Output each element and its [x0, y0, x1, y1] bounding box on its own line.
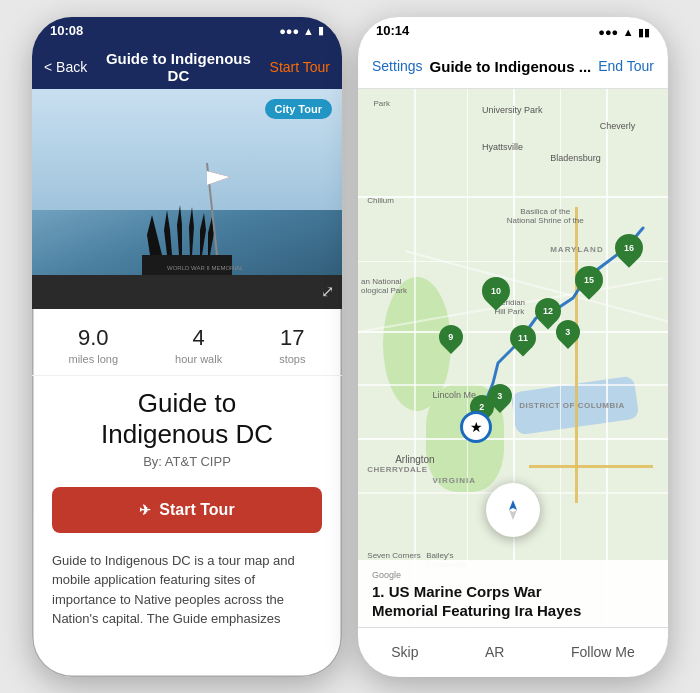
ar-button[interactable]: AR: [485, 644, 504, 660]
map-label-virginia: VIRGINIA: [432, 476, 476, 485]
map-bottom-nav: Skip AR Follow Me: [358, 627, 668, 677]
google-label: Google: [372, 570, 654, 580]
map-label-university: University Park: [482, 105, 543, 115]
wifi-icon: ▲: [303, 25, 314, 37]
map-label-anational: an Nationalological Park: [361, 277, 407, 295]
tour-info: Guide to Indigenous DC By: AT&T CIPP: [32, 376, 342, 477]
wifi-icon-right: ▲: [623, 26, 634, 38]
status-bar-right: 10:14 ●●● ▲ ▮▮: [358, 17, 668, 45]
road-v1: [414, 89, 416, 627]
stat-miles: 9.0 miles long: [69, 325, 119, 365]
left-phone: 10:08 ●●● ▲ ▮ < Back Guide to Indigenous…: [32, 17, 342, 677]
pin-label-12: 12: [543, 306, 553, 316]
start-tour-nav-button[interactable]: Start Tour: [270, 59, 330, 75]
stat-value-stops: 17: [280, 325, 304, 351]
stat-label-stops: stops: [279, 353, 305, 365]
road-v4: [560, 89, 562, 627]
map-background: University Park Hyattsville Bladensburg …: [358, 89, 668, 627]
pin-label-9: 9: [448, 332, 453, 342]
follow-me-button[interactable]: Follow Me: [571, 644, 635, 660]
battery-icon-right: ▮▮: [638, 26, 650, 38]
pin-label-15: 15: [584, 275, 594, 285]
stat-stops: 17 stops: [279, 325, 305, 365]
signal-icon-right: ●●●: [598, 26, 618, 38]
map-label-chillum: Chillum: [367, 196, 394, 205]
stat-label-hours: hour walk: [175, 353, 222, 365]
highway-h: [529, 465, 653, 468]
stop-title: 1. US Marine Corps War Memorial Featurin…: [372, 582, 654, 621]
road-v5: [606, 89, 608, 627]
stat-label-miles: miles long: [69, 353, 119, 365]
battery-icon: ▮: [318, 24, 324, 37]
compass-icon: [501, 498, 525, 522]
svg-marker-4: [509, 500, 517, 510]
stat-value-miles: 9.0: [78, 325, 109, 351]
expand-icon[interactable]: ⤢: [321, 282, 334, 301]
map-label-dc: DISTRICT OF COLUMBIA: [519, 401, 625, 410]
stats-row: 9.0 miles long 4 hour walk 17 stops: [32, 309, 342, 376]
map-label-arlington: Arlington: [395, 454, 434, 465]
pin-label-11: 11: [518, 333, 528, 343]
map-label-basilica: Basilica of theNational Shrine of the: [507, 207, 584, 225]
memorial-silhouette: WORLD WAR II MEMORIAL: [32, 155, 342, 309]
svg-rect-0: [32, 275, 342, 309]
skip-button[interactable]: Skip: [391, 644, 418, 660]
nav-bar-left: < Back Guide to Indigenous DC Start Tour: [32, 45, 342, 89]
map-label-cherrydale: CHERRYDALE: [367, 465, 427, 474]
bottom-info-card: Google 1. US Marine Corps War Memorial F…: [358, 560, 668, 627]
stat-value-hours: 4: [192, 325, 204, 351]
back-button[interactable]: < Back: [44, 59, 87, 75]
tour-author: By: AT&T CIPP: [52, 454, 322, 469]
pin-label-3b: 3: [566, 327, 571, 337]
start-tour-label: Start Tour: [159, 501, 234, 519]
right-phone: 10:14 ●●● ▲ ▮▮ Settings Guide to Indigen…: [358, 17, 668, 677]
map-nav-bar: Settings Guide to Indigenous ... End Tou…: [358, 45, 668, 89]
status-icons-left: ●●● ▲ ▮: [279, 24, 324, 37]
map-label-cheverly: Cheverly: [600, 121, 636, 131]
nav-title-left: Guide to Indigenous DC: [95, 50, 261, 84]
map-view[interactable]: University Park Hyattsville Bladensburg …: [358, 89, 668, 627]
tour-description: Guide to Indigenous DC is a tour map and…: [32, 543, 342, 677]
stat-hours: 4 hour walk: [175, 325, 222, 365]
hero-image: WORLD WAR II MEMORIAL City Tour ⤢: [32, 89, 342, 309]
map-label-bladensburg: Bladensburg: [550, 153, 601, 163]
pin-label-16: 16: [624, 243, 634, 253]
end-tour-button[interactable]: End Tour: [598, 58, 654, 74]
road-v3: [513, 89, 515, 627]
pin-label-10: 10: [491, 286, 501, 296]
navigation-icon: ✈: [139, 502, 151, 518]
map-label-hyattsville: Hyattsville: [482, 142, 523, 152]
settings-button[interactable]: Settings: [372, 58, 423, 74]
navigation-arrow-button[interactable]: [486, 483, 540, 537]
svg-marker-5: [509, 510, 517, 520]
status-icons-right: ●●● ▲ ▮▮: [598, 22, 650, 40]
tour-title: Guide to Indigenous DC: [52, 388, 322, 450]
status-time-right: 10:14: [376, 23, 409, 38]
map-nav-title: Guide to Indigenous ...: [423, 58, 599, 75]
city-tour-badge: City Tour: [265, 99, 332, 119]
road-v2: [467, 89, 469, 627]
svg-text:WORLD WAR II MEMORIAL: WORLD WAR II MEMORIAL: [167, 265, 244, 271]
map-label-maryland: MARYLAND: [550, 245, 603, 254]
status-time-left: 10:08: [50, 23, 83, 38]
map-pin-11: 11: [505, 320, 542, 357]
start-tour-button[interactable]: ✈ Start Tour: [52, 487, 322, 533]
map-label-park: Park: [374, 99, 390, 108]
status-bar-left: 10:08 ●●● ▲ ▮: [32, 17, 342, 45]
pin-label-3a: 3: [498, 391, 503, 401]
signal-icon: ●●●: [279, 25, 299, 37]
